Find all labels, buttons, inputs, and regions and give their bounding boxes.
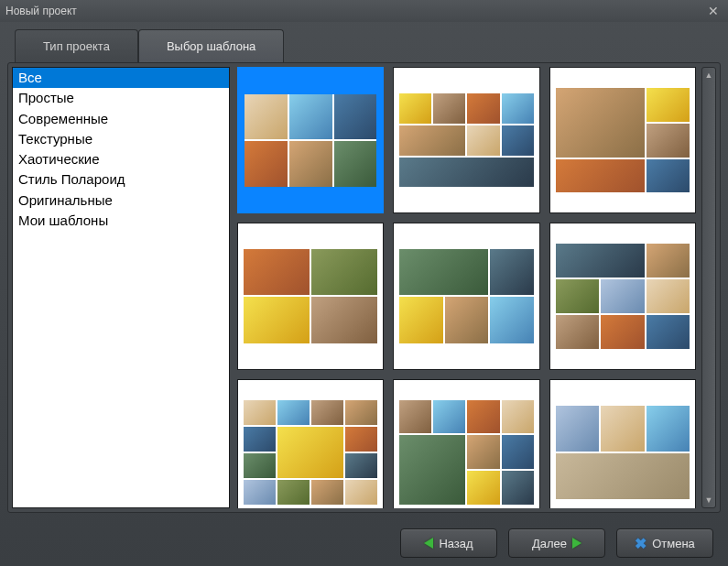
cancel-button[interactable]: ✖ Отмена — [616, 528, 713, 558]
scroll-down-icon[interactable]: ▼ — [705, 495, 713, 505]
back-button[interactable]: Назад — [400, 528, 497, 558]
template-thumb[interactable] — [237, 67, 384, 213]
content-row: Все Простые Современные Текстурные Хаоти… — [12, 67, 716, 508]
titlebar: Новый проект ✕ — [0, 0, 728, 22]
arrow-right-icon — [572, 538, 581, 549]
scroll-up-icon[interactable]: ▲ — [705, 71, 713, 80]
close-icon[interactable]: ✕ — [704, 4, 723, 18]
new-project-dialog: Новый проект ✕ Тип проекта Выбор шаблона… — [0, 0, 728, 566]
template-thumb[interactable] — [237, 379, 384, 508]
category-item[interactable]: Хаотические — [13, 149, 229, 169]
template-thumb[interactable] — [393, 379, 539, 508]
category-item[interactable]: Современные — [13, 109, 229, 129]
category-item[interactable]: Все — [13, 68, 229, 88]
gallery-wrap: ▲ ▼ — [237, 67, 716, 508]
template-thumb[interactable] — [393, 223, 539, 369]
category-item[interactable]: Текстурные — [13, 129, 229, 149]
template-gallery — [237, 67, 701, 508]
arrow-left-icon — [424, 538, 433, 549]
category-item[interactable]: Простые — [13, 88, 229, 108]
template-thumb[interactable] — [549, 223, 696, 369]
button-label: Отмена — [652, 537, 695, 550]
tab-project-type[interactable]: Тип проекта — [15, 29, 138, 62]
category-item[interactable]: Мои шаблоны — [13, 211, 229, 231]
gallery-scrollbar[interactable]: ▲ ▼ — [701, 67, 716, 508]
template-thumb[interactable] — [549, 379, 696, 508]
template-thumb[interactable] — [237, 223, 384, 369]
tab-template-select[interactable]: Выбор шаблона — [138, 29, 284, 62]
content-panel: Все Простые Современные Текстурные Хаоти… — [7, 62, 721, 513]
category-item[interactable]: Оригинальные — [13, 190, 229, 211]
tab-label: Выбор шаблона — [167, 39, 255, 53]
cancel-icon: ✖ — [635, 535, 647, 552]
button-label: Далее — [532, 537, 567, 550]
next-button[interactable]: Далее — [508, 528, 605, 558]
tab-bar: Тип проекта Выбор шаблона — [0, 22, 728, 62]
template-thumb[interactable] — [549, 67, 696, 213]
category-list[interactable]: Все Простые Современные Текстурные Хаоти… — [12, 67, 230, 508]
template-thumb[interactable] — [393, 67, 539, 213]
tab-label: Тип проекта — [43, 39, 110, 53]
category-item[interactable]: Стиль Полароид — [13, 169, 229, 190]
window-title: Новый проект — [5, 5, 77, 17]
footer-buttons: Назад Далее ✖ Отмена — [0, 520, 728, 566]
button-label: Назад — [439, 537, 473, 550]
